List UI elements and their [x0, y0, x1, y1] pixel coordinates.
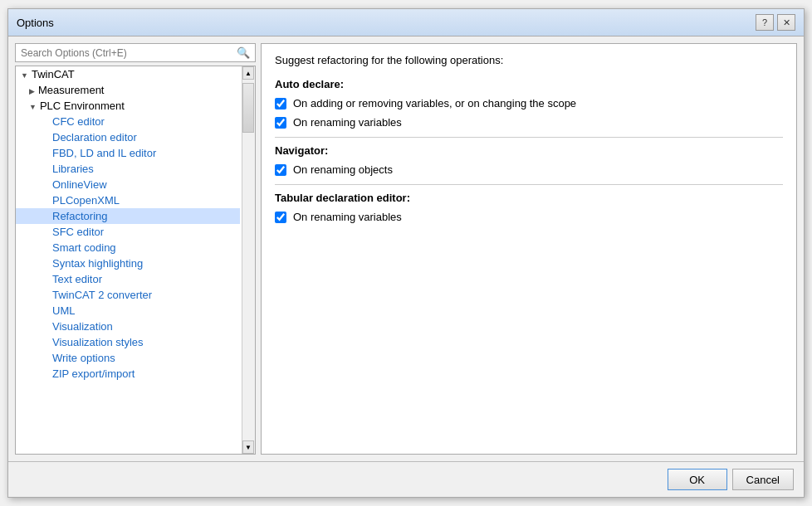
tree-item-plcopenxml[interactable]: PLCopenXML — [16, 192, 240, 208]
checkbox-row-chk-adding-removing: On adding or removing variables, or on c… — [275, 95, 783, 111]
checkbox-row-chk-renaming-objects: On renaming objects — [275, 162, 783, 178]
tree-item-libraries[interactable]: Libraries — [16, 161, 240, 177]
search-icon: 🔍 — [237, 46, 250, 59]
label-chk-renaming-objects: On renaming objects — [293, 163, 393, 176]
search-box: 🔍 — [15, 43, 256, 62]
checkbox-row-chk-tabular-renaming: On renaming variables — [275, 209, 783, 225]
ok-button[interactable]: OK — [668, 469, 727, 490]
scroll-arrow-down[interactable]: ▼ — [242, 440, 254, 454]
tree-item-label: Visualization styles — [52, 336, 144, 348]
tree-item-label: TwinCAT — [32, 68, 75, 80]
dialog-content: 🔍 ▼TwinCAT▶Measurement▼PLC EnvironmentCF… — [8, 36, 804, 461]
search-input[interactable] — [21, 47, 233, 59]
tree-item-label: PLC Environment — [40, 100, 125, 112]
tree-item-label: Declaration editor — [52, 131, 137, 144]
chk-renaming-objects[interactable] — [275, 164, 286, 176]
tree-item-label: Libraries — [52, 163, 94, 175]
section-tabular-declaration: Tabular declaration editor:On renaming v… — [275, 192, 783, 225]
tree-item-plc-environment[interactable]: ▼PLC Environment — [16, 98, 240, 114]
tree-item-label: Text editor — [52, 273, 102, 285]
close-button[interactable]: ✕ — [777, 14, 795, 31]
tree-item-label: Write options — [52, 352, 115, 364]
tree-container[interactable]: ▼TwinCAT▶Measurement▼PLC EnvironmentCFC … — [15, 66, 256, 455]
scroll-arrow-up[interactable]: ▲ — [242, 66, 254, 80]
tree-item-label: Measurement — [38, 84, 104, 96]
dialog-footer: OK Cancel — [8, 461, 804, 497]
tree-item-write-options[interactable]: Write options — [16, 350, 240, 366]
tree-item-label: Syntax highlighting — [52, 257, 143, 270]
tree-item-onlineview[interactable]: OnlineView — [16, 177, 240, 192]
section-title-tabular-declaration: Tabular declaration editor: — [275, 192, 783, 204]
cancel-button[interactable]: Cancel — [732, 469, 794, 490]
tree-item-twincat[interactable]: ▼TwinCAT — [16, 66, 240, 82]
title-bar-buttons: ? ✕ — [756, 14, 795, 31]
options-dialog: Options ? ✕ 🔍 ▼TwinCAT▶Measurement▼PLC E… — [7, 8, 805, 498]
tree-item-fbd-ld-il-editor[interactable]: FBD, LD and IL editor — [16, 145, 240, 161]
left-panel: 🔍 ▼TwinCAT▶Measurement▼PLC EnvironmentCF… — [15, 43, 256, 455]
section-divider — [275, 184, 783, 185]
section-title-navigator: Navigator: — [275, 144, 783, 157]
tree-item-label: FBD, LD and IL editor — [52, 147, 156, 159]
tree-item-twincat2-converter[interactable]: TwinCAT 2 converter — [16, 287, 240, 303]
right-panel: Suggest refactoring for the following op… — [261, 43, 797, 455]
tree-item-label: UML — [52, 304, 75, 317]
tree-item-sfc-editor[interactable]: SFC editor — [16, 224, 240, 240]
chk-adding-removing[interactable] — [275, 98, 286, 109]
section-navigator: Navigator:On renaming objects — [275, 144, 783, 178]
tree-item-declaration-editor[interactable]: Declaration editor — [16, 129, 240, 145]
tree-item-label: OnlineView — [52, 178, 107, 191]
label-chk-renaming-vars: On renaming variables — [293, 116, 402, 129]
dialog-title: Options — [17, 17, 54, 29]
tree-item-zip-export-import[interactable]: ZIP export/import — [16, 366, 240, 382]
tree-item-syntax-highlighting[interactable]: Syntax highlighting — [16, 255, 240, 271]
tree-item-uml[interactable]: UML — [16, 303, 240, 319]
label-chk-tabular-renaming: On renaming variables — [293, 211, 402, 223]
tree-item-visualization-styles[interactable]: Visualization styles — [16, 334, 240, 350]
tree-item-label: Smart coding — [52, 241, 116, 254]
right-panel-description: Suggest refactoring for the following op… — [275, 54, 783, 66]
tree-item-label: Visualization — [52, 320, 113, 333]
tree-item-label: TwinCAT 2 converter — [52, 289, 152, 301]
chk-renaming-vars[interactable] — [275, 117, 286, 129]
tree-item-text-editor[interactable]: Text editor — [16, 271, 240, 287]
section-auto-declare: Auto declare:On adding or removing varia… — [275, 78, 783, 130]
tree-item-visualization[interactable]: Visualization — [16, 319, 240, 334]
tree-item-label: PLCopenXML — [52, 194, 120, 207]
tree-item-refactoring[interactable]: Refactoring — [16, 208, 240, 224]
chk-tabular-renaming[interactable] — [275, 212, 286, 223]
section-title-auto-declare: Auto declare: — [275, 78, 783, 90]
tree-item-cfc-editor[interactable]: CFC editor — [16, 114, 240, 129]
tree-item-label: CFC editor — [52, 115, 105, 128]
checkbox-row-chk-renaming-vars: On renaming variables — [275, 114, 783, 130]
scrollbar-track[interactable]: ▲ ▼ — [242, 66, 255, 454]
tree-item-label: SFC editor — [52, 226, 104, 238]
tree-item-label: ZIP export/import — [52, 367, 135, 380]
tree-item-measurement[interactable]: ▶Measurement — [16, 82, 240, 98]
title-bar: Options ? ✕ — [8, 9, 804, 36]
label-chk-adding-removing: On adding or removing variables, or on c… — [293, 97, 576, 109]
section-divider — [275, 137, 783, 138]
help-button[interactable]: ? — [756, 14, 774, 31]
tree-item-smart-coding[interactable]: Smart coding — [16, 240, 240, 255]
tree-item-label: Refactoring — [52, 210, 107, 222]
scrollbar-thumb[interactable] — [242, 83, 254, 133]
